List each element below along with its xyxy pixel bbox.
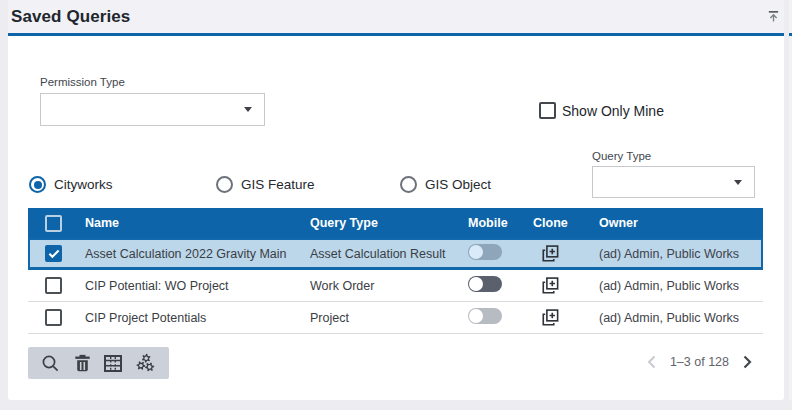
- arrow-up-to-line-icon: [767, 10, 780, 23]
- query-type-cell: Project: [310, 311, 468, 325]
- row-checkbox[interactable]: [45, 309, 62, 326]
- column-header-query-type[interactable]: Query Type: [310, 216, 468, 230]
- row-checkbox[interactable]: [45, 245, 62, 262]
- previous-page-button[interactable]: [647, 355, 656, 369]
- query-name-cell: CIP Project Potentials: [76, 311, 310, 325]
- clone-icon: [541, 244, 560, 263]
- panel-header: Saved Queries: [8, 0, 784, 33]
- checkmark-icon: [48, 249, 60, 259]
- pagination-range: 1–3 of 128: [670, 355, 729, 369]
- column-header-owner[interactable]: Owner: [599, 216, 763, 230]
- collapse-panel-button[interactable]: [763, 6, 783, 28]
- search-icon: [41, 354, 60, 373]
- column-header-clone: Clone: [533, 216, 599, 230]
- clone-icon: [541, 276, 560, 295]
- query-name-cell: Asset Calculation 2022 Gravity Main: [76, 247, 310, 261]
- page-title: Saved Queries: [11, 7, 130, 27]
- table-view-button[interactable]: [104, 355, 122, 372]
- show-only-mine-label: Show Only Mine: [562, 103, 664, 119]
- select-all-checkbox[interactable]: [45, 215, 62, 232]
- toggle-knob: [469, 245, 483, 259]
- toggle-knob: [469, 277, 483, 291]
- mobile-toggle[interactable]: [468, 244, 502, 260]
- show-only-mine-checkbox[interactable]: Show Only Mine: [539, 102, 664, 119]
- query-type-select[interactable]: [592, 166, 755, 198]
- table-header-row: Name Query Type Mobile Clone Owner: [28, 208, 763, 238]
- saved-queries-table: Name Query Type Mobile Clone Owner Asset…: [28, 208, 763, 334]
- table-toolbar: [28, 347, 169, 379]
- owner-cell: (ad) Admin, Public Works: [599, 311, 763, 325]
- chevron-down-icon: [734, 180, 742, 185]
- table-row[interactable]: CIP Project Potentials Project (ad) Admi…: [28, 302, 763, 334]
- chevron-right-icon: [743, 355, 752, 369]
- search-button[interactable]: [41, 354, 60, 373]
- clone-button[interactable]: [541, 276, 560, 295]
- radio-cityworks[interactable]: Cityworks: [29, 176, 113, 193]
- clone-button[interactable]: [541, 308, 560, 327]
- clone-button[interactable]: [541, 244, 560, 263]
- mobile-toggle[interactable]: [468, 308, 502, 324]
- owner-cell: (ad) Admin, Public Works: [599, 247, 763, 261]
- radio-label: GIS Object: [425, 177, 491, 192]
- radio-gis-object[interactable]: GIS Object: [400, 176, 491, 193]
- table-row[interactable]: Asset Calculation 2022 Gravity Main Asse…: [28, 238, 763, 270]
- chevron-down-icon: [244, 107, 252, 112]
- pagination: 1–3 of 128: [647, 355, 752, 369]
- mobile-toggle[interactable]: [468, 276, 502, 292]
- radio-icon: [216, 176, 233, 193]
- permission-type-select[interactable]: [40, 93, 265, 126]
- delete-button[interactable]: [74, 354, 91, 372]
- chevron-left-icon: [647, 355, 656, 369]
- query-type-cell: Asset Calculation Result: [310, 247, 468, 261]
- query-type-label: Query Type: [592, 150, 651, 162]
- services-button[interactable]: [136, 353, 156, 373]
- owner-cell: (ad) Admin, Public Works: [599, 279, 763, 293]
- clone-icon: [541, 308, 560, 327]
- radio-selected-icon: [29, 176, 46, 193]
- radio-gis-feature[interactable]: GIS Feature: [216, 176, 315, 193]
- saved-queries-panel: Saved Queries Permission Type Show Only …: [8, 0, 784, 400]
- column-header-name[interactable]: Name: [76, 216, 310, 230]
- row-checkbox[interactable]: [45, 277, 62, 294]
- table-row[interactable]: CIP Potential: WO Project Work Order (ad…: [28, 270, 763, 302]
- panel-body: Permission Type Show Only Mine Cityworks…: [8, 36, 784, 400]
- column-header-mobile: Mobile: [468, 216, 533, 230]
- query-name-cell: CIP Potential: WO Project: [76, 279, 310, 293]
- gears-icon: [136, 353, 156, 373]
- next-page-button[interactable]: [743, 355, 752, 369]
- table-icon: [104, 355, 122, 372]
- radio-label: Cityworks: [54, 177, 113, 192]
- permission-type-label: Permission Type: [40, 76, 125, 88]
- toggle-knob: [469, 309, 483, 323]
- query-type-cell: Work Order: [310, 279, 468, 293]
- radio-icon: [400, 176, 417, 193]
- trash-icon: [74, 354, 91, 372]
- radio-label: GIS Feature: [241, 177, 315, 192]
- checkbox-unchecked: [539, 102, 556, 119]
